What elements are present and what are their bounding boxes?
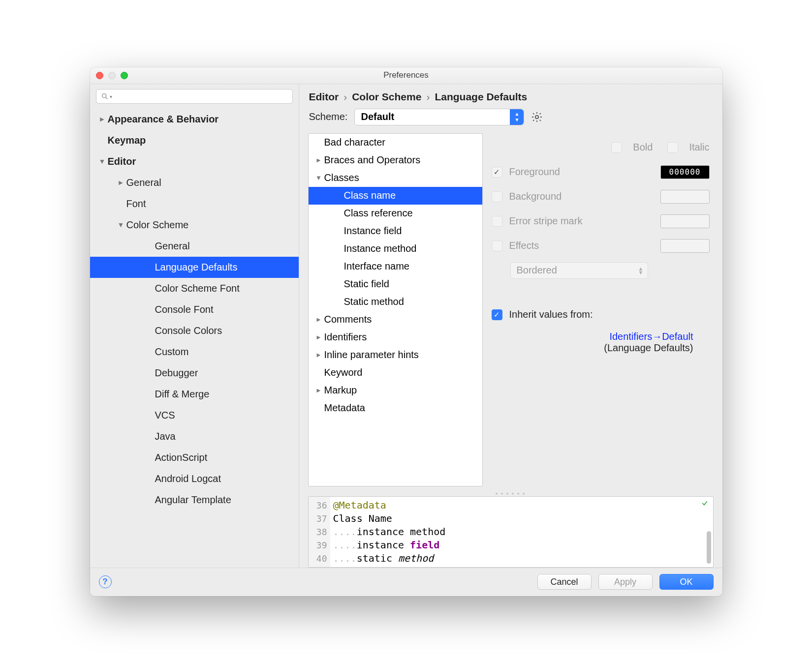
sidebar-item[interactable]: Android Logcat [90,468,299,489]
effects-color[interactable] [660,239,710,253]
attribute-properties: Bold Italic ✓ Foreground 000000 [492,133,714,486]
disclosure-icon: ► [313,156,324,164]
cancel-button[interactable]: Cancel [537,574,592,590]
attribute-label: Interface name [344,261,409,272]
close-window-button[interactable] [96,72,103,79]
sidebar-item[interactable]: VCS [90,405,299,426]
attribute-tree-item[interactable]: Instance field [309,222,482,240]
attribute-label: Static method [344,296,404,307]
attribute-tree[interactable]: Bad character►Braces and Operators▼Class… [308,133,483,486]
attribute-tree-item[interactable]: ►Markup [309,382,482,399]
sidebar-item[interactable]: Language Defaults [90,257,299,278]
sidebar-item[interactable]: ►General [90,172,299,193]
scheme-value: Default [361,111,394,122]
sidebar-item[interactable]: ▼Editor [90,151,299,172]
sidebar-item-label: Java [155,431,176,442]
minimize-window-button[interactable] [108,72,116,79]
attribute-tree-item[interactable]: Bad character [309,134,482,151]
inherit-link[interactable]: Identifiers→Default [609,331,693,342]
editor-code: @MetadataClass Name....instance method..… [330,497,713,565]
attribute-label: Class name [344,190,396,201]
background-checkbox[interactable] [492,191,502,202]
sidebar-item-label: General [126,177,161,188]
sidebar-item[interactable]: Color Scheme Font [90,278,299,299]
disclosure-icon: ► [313,333,324,341]
preferences-window: Preferences ▾ ►Appearance & BehaviorKeym… [90,67,722,596]
sidebar-item[interactable]: Keymap [90,130,299,151]
sidebar: ▾ ►Appearance & BehaviorKeymap▼Editor►Ge… [90,84,299,568]
attribute-tree-item[interactable]: Static field [309,275,482,293]
attribute-tree-item[interactable]: Class name [309,187,482,205]
attribute-label: Bad character [324,137,386,148]
effects-checkbox[interactable] [492,241,502,251]
sidebar-item-label: ActionScript [155,452,208,463]
disclosure-icon: ▼ [313,174,324,181]
attribute-label: Instance field [344,225,402,237]
sidebar-item-label: Appearance & Behavior [108,114,219,125]
gear-icon[interactable] [531,111,543,123]
sidebar-item[interactable]: ▼Color Scheme [90,214,299,236]
zoom-window-button[interactable] [121,72,128,79]
sidebar-item-label: Android Logcat [155,473,221,484]
attribute-tree-item[interactable]: Interface name [309,258,482,275]
attribute-label: Keyword [324,367,363,378]
sidebar-item[interactable]: ►Appearance & Behavior [90,109,299,130]
background-color[interactable] [660,190,710,204]
sidebar-item[interactable]: Diff & Merge [90,384,299,405]
sidebar-item[interactable]: Console Font [90,299,299,320]
preview-editor[interactable]: 3637383940 @MetadataClass Name....instan… [308,496,714,568]
attribute-label: Identifiers [324,332,367,343]
splitter-grip[interactable]: ● ● ● ● ● ● [308,491,714,496]
sidebar-item[interactable]: Console Colors [90,320,299,341]
sidebar-item-label: Keymap [108,135,146,146]
attribute-tree-item[interactable]: Metadata [309,399,482,417]
sidebar-item[interactable]: Debugger [90,362,299,384]
ok-button[interactable]: OK [659,574,714,590]
errorstripe-color[interactable] [660,214,710,228]
disclosure-icon: ► [313,351,324,359]
attribute-tree-item[interactable]: Instance method [309,240,482,258]
effects-type-select[interactable]: Bordered ▲▼ [510,262,648,279]
disclosure-icon: ▼ [97,157,108,165]
sidebar-item[interactable]: ActionScript [90,447,299,468]
titlebar: Preferences [90,67,722,84]
inherit-checkbox[interactable]: ✓ [492,309,502,320]
attribute-tree-item[interactable]: Class reference [309,205,482,222]
inherit-label: Inherit values from: [509,309,593,320]
sidebar-item-label: Color Scheme [126,219,189,231]
sidebar-item[interactable]: Custom [90,341,299,362]
chevron-right-icon: › [426,91,430,103]
dropdown-arrows-icon: ▲▼ [510,109,524,125]
bold-checkbox[interactable] [611,142,622,153]
sidebar-item[interactable]: Java [90,426,299,447]
search-input[interactable] [96,89,293,104]
window-controls [96,72,128,79]
sidebar-item-label: VCS [155,410,175,421]
inspection-ok-icon[interactable] [700,500,709,507]
foreground-color[interactable]: 000000 [660,165,710,179]
help-button[interactable]: ? [99,575,112,588]
updown-icon: ▲▼ [638,267,644,274]
svg-point-2 [535,115,538,118]
attribute-tree-item[interactable]: ▼Classes [309,169,482,187]
sidebar-item[interactable]: Font [90,193,299,214]
breadcrumb-item[interactable]: Editor [309,91,339,103]
sidebar-item[interactable]: General [90,236,299,257]
attribute-tree-item[interactable]: ►Identifiers [309,329,482,346]
attribute-tree-item[interactable]: Static method [309,293,482,311]
breadcrumb-item[interactable]: Color Scheme [352,91,421,103]
scrollbar-thumb[interactable] [707,531,711,564]
italic-checkbox[interactable] [667,142,678,153]
foreground-checkbox[interactable]: ✓ [492,167,502,178]
scheme-select[interactable]: Default ▲▼ [354,109,524,125]
sidebar-item[interactable]: Angular Template [90,489,299,511]
settings-tree[interactable]: ►Appearance & BehaviorKeymap▼Editor►Gene… [90,107,299,568]
apply-button[interactable]: Apply [598,574,653,590]
errorstripe-checkbox[interactable] [492,216,502,227]
attribute-tree-item[interactable]: ►Inline parameter hints [309,346,482,364]
attribute-tree-item[interactable]: ►Comments [309,311,482,329]
sidebar-item-label: Color Scheme Font [155,283,240,294]
attribute-tree-item[interactable]: Keyword [309,364,482,382]
attribute-tree-item[interactable]: ►Braces and Operators [309,151,482,169]
breadcrumb-item: Language Defaults [435,91,527,103]
